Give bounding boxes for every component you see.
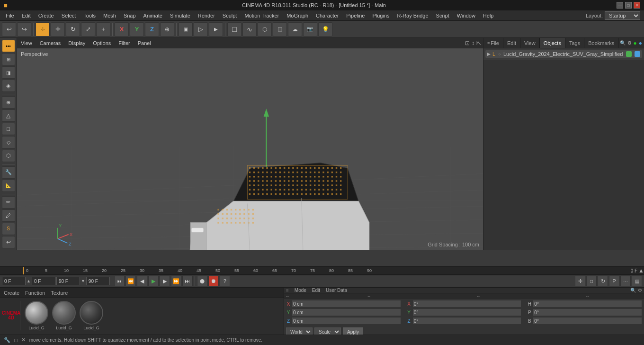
tab-view[interactable]: View xyxy=(520,38,540,48)
material-item-0[interactable]: Lucid_G xyxy=(25,301,48,330)
help-button[interactable]: ? xyxy=(220,276,230,286)
obj-vis-blue[interactable] xyxy=(635,51,640,57)
timeline-scroll-up[interactable]: ▲ xyxy=(638,267,644,274)
close-button[interactable]: ✕ xyxy=(634,2,640,9)
start-frame-input[interactable]: 0 F xyxy=(32,277,55,285)
material-item-1[interactable]: Lucid_G xyxy=(52,301,76,330)
step-to-end-button[interactable]: ⏭ xyxy=(182,276,193,286)
autokey-button[interactable]: ⬤ xyxy=(197,276,207,286)
menu-snap[interactable]: Snap xyxy=(120,10,140,21)
edges-mode-button[interactable]: ⊞ xyxy=(2,53,15,65)
tab-objects[interactable]: Objects xyxy=(540,38,565,48)
menu-script[interactable]: Script xyxy=(432,10,453,21)
viewport-menu-options[interactable]: Options xyxy=(91,40,113,46)
undo-button[interactable]: ↩ xyxy=(2,22,16,36)
mat-function-btn[interactable]: Function xyxy=(23,290,47,296)
viewport-icon-3[interactable]: ⇱ xyxy=(476,40,481,46)
menu-create[interactable]: Create xyxy=(35,10,58,21)
next-key-button[interactable]: ⏩ xyxy=(171,276,181,286)
minimize-button[interactable]: — xyxy=(617,2,623,9)
menu-render[interactable]: Render xyxy=(194,10,219,21)
world-coord-button[interactable]: ⊕ xyxy=(160,22,174,36)
max-frame-input[interactable]: 90 F xyxy=(86,277,110,285)
menu-animate[interactable]: Animate xyxy=(140,10,166,21)
current-frame-input[interactable]: 0 F xyxy=(2,277,26,285)
mat-texture-btn[interactable]: Texture xyxy=(49,290,70,296)
p-input[interactable]: 0° xyxy=(533,309,642,316)
render-region-button[interactable]: ▣ xyxy=(179,22,193,36)
object-item-lucid[interactable]: ▶ L ○ Lucid_Gravity_2024_Electric_SUV_Gr… xyxy=(485,50,642,58)
redo-button[interactable]: ↪ xyxy=(17,22,31,36)
deformer-button[interactable]: ◫ xyxy=(273,22,287,36)
sculpt-button[interactable]: 🔧 xyxy=(2,166,15,179)
menu-simulate[interactable]: Simulate xyxy=(166,10,194,21)
timeline-view-button[interactable]: ▤ xyxy=(632,276,642,286)
magnet-button[interactable]: ↩ xyxy=(2,236,15,248)
menu-tools[interactable]: Tools xyxy=(80,10,99,21)
objects-settings-icon[interactable]: ⚙ xyxy=(627,40,632,45)
attr-settings-icon[interactable]: ⚙ xyxy=(638,288,642,293)
maximize-button[interactable]: □ xyxy=(625,2,632,9)
viewport-icon-1[interactable]: ⊡ xyxy=(465,40,470,46)
null-obj-button[interactable]: ⊕ xyxy=(2,96,15,109)
cube-button[interactable]: □ xyxy=(227,22,242,36)
points-mode-button[interactable]: ••• xyxy=(2,40,15,52)
z-axis-button[interactable]: Z xyxy=(145,22,159,36)
obj-vis-green[interactable] xyxy=(626,51,632,57)
viewport-menu-display[interactable]: Display xyxy=(66,40,87,46)
h-input[interactable]: 0° xyxy=(533,300,642,308)
object-mode-button[interactable]: ◈ xyxy=(2,80,15,92)
status-icon-3[interactable]: ✕ xyxy=(21,337,26,343)
boole-button[interactable]: ◇ xyxy=(2,136,15,148)
attr-search-icon[interactable]: 🔍 xyxy=(630,288,636,293)
move-key-button[interactable]: ✛ xyxy=(575,276,585,286)
rotate-tool-button[interactable]: ↻ xyxy=(66,22,80,36)
camera-button[interactable]: 📷 xyxy=(303,22,317,36)
pen-button[interactable]: ✏ xyxy=(2,196,15,209)
frame-up-icon[interactable]: ▲ xyxy=(27,279,31,283)
attr-mode-btn[interactable]: Mode xyxy=(293,288,308,293)
menu-window[interactable]: Window xyxy=(453,10,479,21)
status-icon-2[interactable]: □ xyxy=(14,337,18,343)
rotate-key-button[interactable]: ↻ xyxy=(598,276,608,286)
menu-plugins[interactable]: Plugins xyxy=(368,10,393,21)
layout-select[interactable]: Startup Standard xyxy=(605,11,640,20)
select-key-button[interactable]: □ xyxy=(586,276,597,286)
record-button[interactable]: ⏺ xyxy=(208,276,219,286)
3d-viewport[interactable]: X Y Z Perspective Grid Spacing : 100 cm xyxy=(17,48,483,250)
y-pos-input[interactable]: 0 cm xyxy=(292,309,401,316)
tab-file[interactable]: ≡ File xyxy=(483,38,503,48)
menu-mograph[interactable]: MoGraph xyxy=(283,10,312,21)
attr-edit-btn[interactable]: Edit xyxy=(310,288,322,293)
menu-mesh[interactable]: Mesh xyxy=(99,10,120,21)
frame-down-icon[interactable]: ▼ xyxy=(81,279,85,283)
light-button[interactable]: 💡 xyxy=(318,22,332,36)
menu-rray[interactable]: R-Ray Bridge xyxy=(394,10,432,21)
viewport-icon-2[interactable]: ↕ xyxy=(472,40,474,46)
menu-pipeline[interactable]: Pipeline xyxy=(342,10,368,21)
spline-button[interactable]: ∿ xyxy=(242,22,257,36)
menu-character[interactable]: Character xyxy=(312,10,342,21)
brush-button[interactable]: 🖊 xyxy=(2,209,15,222)
render-view-button[interactable]: ▷ xyxy=(194,22,208,36)
prev-frame-button[interactable]: ◀ xyxy=(137,276,147,286)
menu-select[interactable]: Select xyxy=(58,10,80,21)
select-tool-button[interactable]: ⊹ xyxy=(36,22,50,36)
search-icon[interactable]: 🔍 xyxy=(620,40,626,45)
scale-tool-button[interactable]: ⤢ xyxy=(81,22,95,36)
next-frame-button[interactable]: ▶ xyxy=(160,276,170,286)
menu-help[interactable]: Help xyxy=(479,10,498,21)
generator-button[interactable]: ⬡ xyxy=(258,22,272,36)
end-frame-input[interactable]: 90 F xyxy=(56,277,80,285)
play-button[interactable]: ▶ xyxy=(148,276,159,286)
menu-file[interactable]: File xyxy=(2,10,18,21)
step-to-start-button[interactable]: ⏮ xyxy=(114,276,125,286)
select-btn[interactable]: S xyxy=(2,223,15,235)
move-tool-button[interactable]: ✛ xyxy=(51,22,65,36)
y-axis-button[interactable]: Y xyxy=(130,22,144,36)
material-item-2[interactable]: Lucid_G xyxy=(80,301,103,330)
environment-button[interactable]: ☁ xyxy=(288,22,302,36)
keyframe-button[interactable]: ⋯ xyxy=(620,276,631,286)
z-rot-input[interactable]: 0° xyxy=(412,317,522,325)
x-pos-input[interactable]: 0 cm xyxy=(292,300,401,308)
